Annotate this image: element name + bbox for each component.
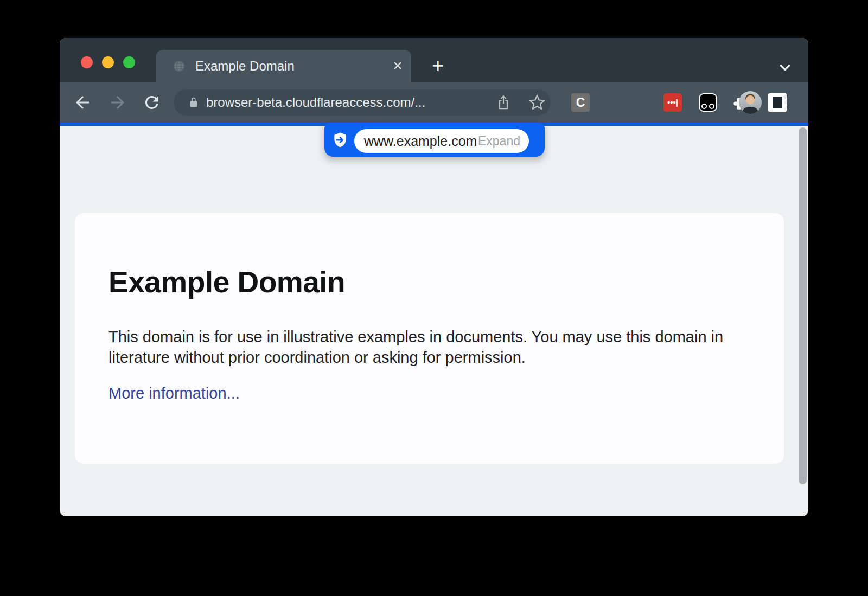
tab-strip: Example Domain × + xyxy=(60,38,808,82)
reload-button[interactable] xyxy=(142,93,162,112)
window-minimize-button[interactable] xyxy=(102,56,114,68)
isolated-domain-text: www.example.com xyxy=(364,133,477,149)
url-text: browser-beta.cloudflareaccess.com/... xyxy=(206,89,425,116)
tab-title: Example Domain xyxy=(195,50,295,82)
page-paragraph: This domain is for use in illustrative e… xyxy=(108,326,738,368)
lock-icon xyxy=(188,97,200,108)
tab-example-domain[interactable]: Example Domain × xyxy=(156,50,411,82)
globe-favicon-icon xyxy=(173,60,186,73)
more-information-link[interactable]: More information... xyxy=(108,384,240,402)
browser-menu-icon[interactable] xyxy=(783,93,788,112)
example-domain-card: Example Domain This domain is for use in… xyxy=(75,213,784,464)
camera-extension-icon[interactable] xyxy=(699,93,717,112)
browser-window: Example Domain × + xyxy=(60,38,808,516)
page-title: Example Domain xyxy=(108,265,784,299)
vertical-scrollbar[interactable] xyxy=(799,127,807,484)
chevron-down-icon[interactable] xyxy=(775,57,795,77)
isolation-url-pill[interactable]: www.example.com Expand xyxy=(324,123,545,157)
window-close-button[interactable] xyxy=(81,56,93,68)
navigation-toolbar: browser-beta.cloudflareaccess.com/... C … xyxy=(60,82,808,123)
expand-button[interactable]: Expand xyxy=(478,134,520,149)
lastpass-extension-icon[interactable]: •••| xyxy=(663,93,682,112)
address-bar[interactable]: browser-beta.cloudflareaccess.com/... xyxy=(174,89,551,116)
window-zoom-button[interactable] xyxy=(123,56,135,68)
profile-avatar[interactable] xyxy=(739,91,762,114)
forward-button[interactable] xyxy=(108,93,127,112)
shield-arrow-icon xyxy=(331,131,349,149)
share-icon[interactable] xyxy=(495,94,512,111)
isolated-site-pill[interactable]: www.example.com Expand xyxy=(354,129,529,153)
bookmark-star-icon[interactable] xyxy=(528,94,546,111)
page-viewport: www.example.com Expand Example Domain Th… xyxy=(60,126,808,516)
new-tab-button[interactable]: + xyxy=(427,55,449,77)
back-button[interactable] xyxy=(73,93,92,112)
extension-c-icon[interactable]: C xyxy=(571,93,590,112)
tab-close-icon[interactable]: × xyxy=(388,57,407,75)
